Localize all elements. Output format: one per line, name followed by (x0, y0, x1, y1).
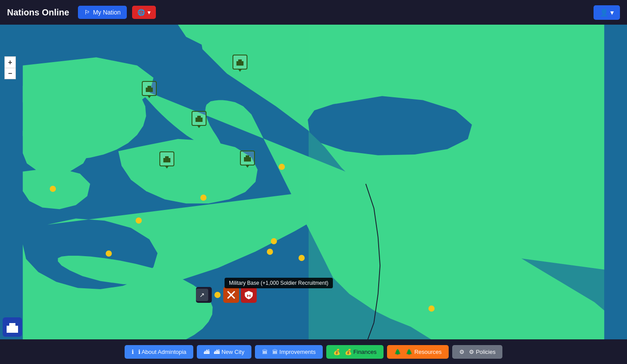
resources-icon: 🌲 (394, 349, 401, 355)
zoom-in-button[interactable]: + (4, 56, 16, 68)
city-icon-nav: 🏙 (204, 349, 210, 355)
city-marker-1[interactable] (232, 55, 247, 70)
svg-rect-9 (198, 119, 200, 122)
svg-rect-15 (247, 159, 248, 162)
svg-rect-11 (165, 156, 169, 158)
building-icons-row: ↗ (196, 287, 257, 303)
map-container[interactable]: + − Military Base (+1,000 So (0, 25, 627, 339)
city-marker-2[interactable] (142, 81, 157, 96)
resource-dot-7[interactable] (299, 255, 305, 261)
user-dropdown-arrow: ▾ (610, 9, 614, 16)
user-icon: 👤 (600, 9, 609, 16)
resource-dot-6[interactable] (267, 249, 273, 255)
resource-dot-4[interactable] (106, 250, 112, 257)
city-icon-2[interactable] (142, 81, 157, 96)
svg-rect-14 (246, 155, 249, 157)
globe-icon: 🌐 (137, 9, 145, 16)
zoom-controls: + − (4, 56, 16, 79)
finances-icon: 💰 (333, 349, 340, 355)
cursor-marker[interactable]: ↗ (196, 289, 208, 301)
resource-dot-2[interactable] (200, 195, 207, 201)
svg-rect-19 (9, 323, 15, 326)
resources-button[interactable]: 🌲 🌲 Resources (387, 345, 449, 359)
resource-dot-3[interactable] (136, 217, 142, 224)
improvements-button[interactable]: 🏛 🏛 Improvements (255, 345, 323, 359)
building-icon-2[interactable] (223, 287, 239, 303)
finances-button[interactable]: 💰 💰 Finances (326, 345, 384, 359)
resource-dot-1[interactable] (50, 186, 56, 192)
app-title: Nations Online (7, 7, 69, 18)
svg-rect-5 (148, 86, 151, 88)
action-bar: ℹ ℹ About Admintopia 🏙 🏙 New City 🏛 🏛 Im… (0, 339, 627, 364)
city-icon-1[interactable] (232, 55, 247, 70)
svg-rect-12 (166, 160, 168, 162)
user-menu-button[interactable]: 👤 ▾ (594, 5, 620, 20)
building-icon-3[interactable] (241, 287, 257, 303)
policies-icon: ⚙ (459, 349, 465, 355)
svg-rect-2 (238, 59, 242, 61)
my-nation-button[interactable]: 🏳 My Nation (78, 6, 127, 19)
city-marker-3[interactable] (192, 111, 207, 126)
info-icon: ℹ (132, 349, 134, 355)
city-marker-4[interactable] (159, 151, 174, 166)
resource-dot-inline[interactable] (214, 292, 221, 298)
resource-dot-5[interactable] (271, 238, 277, 244)
arrow-icon: ↗ (199, 291, 205, 298)
dropdown-arrow: ▾ (148, 9, 151, 16)
about-admintopia-button[interactable]: ℹ ℹ About Admintopia (125, 345, 194, 359)
svg-rect-6 (148, 89, 150, 92)
navbar: Nations Online 🏳 My Nation 🌐 ▾ 👤 ▾ (0, 0, 627, 25)
city-icon-5[interactable] (240, 151, 255, 165)
policies-button[interactable]: ⚙ ⚙ Policies (452, 345, 502, 359)
svg-rect-8 (197, 116, 201, 118)
svg-rect-3 (239, 63, 241, 66)
resource-dot-9[interactable] (428, 305, 435, 312)
city-marker-5[interactable] (240, 151, 255, 165)
new-city-button[interactable]: 🏙 🏙 New City (197, 345, 251, 359)
city-icon-3[interactable] (192, 111, 207, 126)
svg-rect-20 (11, 328, 14, 333)
resource-dot-8[interactable] (279, 164, 285, 170)
map-svg (0, 25, 627, 339)
city-icon-4[interactable] (159, 151, 174, 166)
flag-icon: 🏳 (84, 9, 90, 16)
improvements-icon: 🏛 (262, 349, 268, 355)
globe-button[interactable]: 🌐 ▾ (132, 6, 156, 19)
mini-city-icon[interactable] (3, 317, 22, 337)
zoom-out-button[interactable]: − (4, 68, 16, 79)
